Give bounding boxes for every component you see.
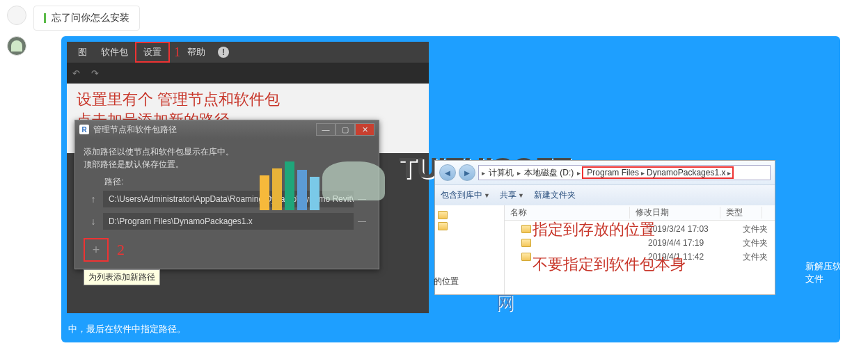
bc-drive[interactable]: 本地磁盘 (D:)	[522, 167, 576, 179]
folder-icon	[521, 239, 531, 247]
menu-bar: 图 软件包 设置 1 帮助 !	[67, 42, 429, 63]
col-type[interactable]: 类型	[720, 207, 762, 219]
caption-tail: 中，最后在软件中指定路径。	[61, 319, 840, 342]
menu-view[interactable]: 图	[71, 43, 94, 61]
quote-bar	[44, 13, 46, 23]
paths-dialog: R 管理节点和软件包路径 — ▢ ✕ 添加路径以使节点和软件包显示在库中。	[74, 120, 379, 269]
move-up-icon[interactable]: ↑	[84, 193, 103, 205]
annotation-1: 1	[174, 45, 180, 60]
delete-path-2[interactable]: —	[354, 216, 370, 226]
bc-computer[interactable]: 计算机	[487, 167, 516, 179]
tree-item[interactable]	[438, 221, 501, 232]
folder-icon	[521, 253, 531, 261]
breadcrumb[interactable]: ▸ 计算机 ▸ 本地磁盘 (D:) ▸ Program Files ▸ Dyna…	[478, 165, 771, 180]
back-button[interactable]: ◄	[439, 164, 456, 181]
avatar-other	[7, 6, 26, 25]
maximize-button[interactable]: ▢	[336, 123, 355, 136]
caption-suffix: 新解压软件包，然后放进任意的文件	[805, 260, 868, 285]
chevron-right-icon: ▸	[482, 169, 485, 177]
dialog-desc2: 顶部路径是默认保存位置。	[84, 158, 370, 171]
annotation-text-1: 设置里有个 管理节点和软件包	[77, 89, 419, 110]
menu-help[interactable]: 帮助	[180, 43, 212, 61]
tree-label: 的位置	[434, 276, 459, 287]
path-row-1[interactable]: C:\Users\Administrator\AppData\Roaming\D…	[103, 191, 354, 207]
dialog-titlebar: R 管理节点和软件包路径 — ▢ ✕	[75, 120, 379, 139]
menu-packages[interactable]: 软件包	[94, 43, 135, 61]
annotation-explorer-2: 不要指定到软件包本身	[532, 254, 686, 275]
tooltip-add-path: 为列表添加新路径	[84, 269, 160, 285]
column-headers: 名称 修改日期 类型	[505, 205, 775, 221]
dialog-body: 添加路径以使节点和软件包显示在库中。 顶部路径是默认保存位置。 路径: ↑ C:…	[75, 139, 379, 269]
col-date[interactable]: 修改日期	[630, 207, 720, 219]
toolbar: ↶ ↷	[67, 63, 429, 84]
redo-icon[interactable]: ↷	[91, 68, 99, 79]
tree-item[interactable]	[438, 209, 501, 221]
close-button[interactable]: ✕	[355, 123, 374, 136]
chat-message-1: 忘了问你怎么安装	[33, 6, 140, 31]
menu-settings[interactable]: 设置	[135, 42, 170, 63]
annotation-2: 2	[117, 241, 125, 259]
bc-highlight: Program Files ▸ DynamoPackages1.x ▸	[582, 166, 734, 179]
folder-icon	[521, 225, 531, 233]
explorer-list: 名称 修改日期 类型 archi-lab.net2019/3/24 17:03文…	[505, 205, 775, 294]
explorer-window: ◄ ► ▸ 计算机 ▸ 本地磁盘 (D:) ▸ Program Files ▸ …	[434, 160, 775, 295]
chat-message-image-bubble: 图 软件包 设置 1 帮助 ! ↶ ↷ 设置里有个 管理节点和软件包 点击加号添…	[61, 36, 840, 342]
annotation-explorer-1: 指定到存放的位置	[532, 219, 655, 240]
folder-icon	[438, 222, 448, 230]
bc-dynamo-packages[interactable]: DynamoPackages1.x	[645, 168, 727, 177]
tb-include[interactable]: 包含到库中▼	[441, 189, 490, 201]
path-label: 路径:	[104, 176, 370, 188]
explorer-addressbar: ◄ ► ▸ 计算机 ▸ 本地磁盘 (D:) ▸ Program Files ▸ …	[435, 161, 775, 184]
explorer-tree: 的位置	[435, 205, 505, 294]
explorer-toolbar: 包含到库中▼ 共享▼ 新建文件夹	[435, 184, 775, 205]
add-path-button[interactable]: +	[84, 238, 109, 262]
dialog-desc1: 添加路径以使节点和软件包显示在库中。	[84, 145, 370, 158]
folder-icon	[438, 211, 448, 219]
delete-path-1[interactable]: —	[354, 194, 370, 204]
undo-icon[interactable]: ↶	[72, 68, 80, 79]
move-down-icon[interactable]: ↓	[84, 216, 103, 227]
path-row-2[interactable]: D:\Program Files\DynamoPackages1.x	[103, 213, 354, 230]
help-icon[interactable]: !	[218, 47, 229, 58]
dialog-title: 管理节点和软件包路径	[93, 124, 177, 136]
tb-share[interactable]: 共享▼	[500, 189, 524, 201]
app-icon: R	[79, 125, 89, 134]
col-name[interactable]: 名称	[505, 207, 630, 219]
dynamo-window: 图 软件包 设置 1 帮助 ! ↶ ↷ 设置里有个 管理节点和软件包 点击加号添…	[67, 42, 429, 313]
bc-program-files[interactable]: Program Files	[585, 168, 641, 177]
avatar-sender	[7, 36, 26, 56]
tb-newfolder[interactable]: 新建文件夹	[534, 189, 576, 201]
minimize-button[interactable]: —	[316, 123, 336, 136]
forward-button[interactable]: ►	[459, 164, 475, 181]
msg1-text: 忘了问你怎么安装	[52, 12, 129, 23]
